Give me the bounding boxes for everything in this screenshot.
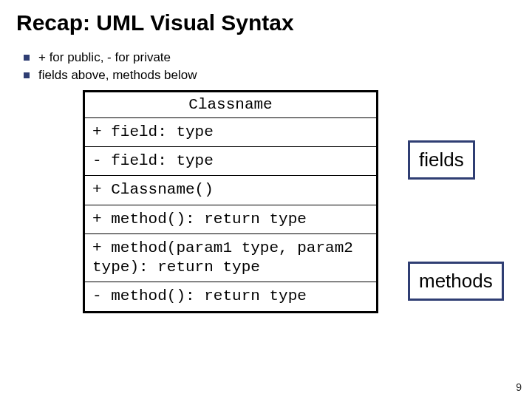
fields-label-box: fields [408,140,475,180]
uml-method-row: + method(): return type [85,205,376,234]
uml-class-box: Classname + field: type - field: type + … [83,90,378,313]
bullet-list: + for public, - for private fields above… [24,49,516,84]
uml-method-row: + method(param1 type, param2 type): retu… [85,234,376,283]
slide: Recap: UML Visual Syntax + for public, -… [0,0,532,399]
uml-field-row: - field: type [85,147,376,176]
bullet-square-icon [24,72,30,78]
bullet-square-icon [24,55,30,61]
bullet-text: fields above, methods below [38,66,197,84]
uml-classname: Classname [85,92,376,118]
page-number: 9 [516,381,522,393]
uml-method-row: - method(): return type [85,282,376,310]
bullet-text: + for public, - for private [38,49,171,66]
bullet-item: + for public, - for private [24,49,516,66]
slide-title: Recap: UML Visual Syntax [16,10,516,35]
methods-label-box: methods [408,262,504,301]
uml-method-row: + Classname() [85,176,376,205]
bullet-item: fields above, methods below [24,66,516,84]
uml-field-row: + field: type [85,118,376,147]
uml-area: Classname + field: type - field: type + … [83,90,516,313]
